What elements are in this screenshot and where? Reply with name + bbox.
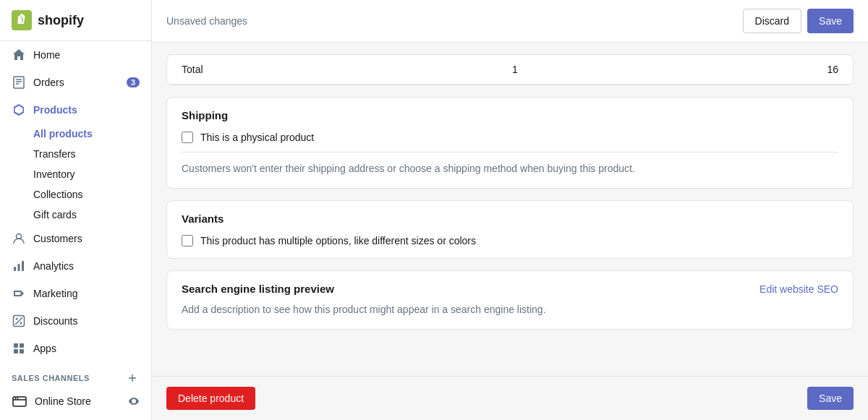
svg-rect-1	[14, 77, 24, 88]
total-label: Total	[182, 64, 203, 75]
logo-area: shopify	[0, 0, 151, 41]
physical-product-label[interactable]: This is a physical product	[200, 132, 314, 143]
seo-card: Search engine listing preview Edit websi…	[166, 270, 854, 330]
sidebar-item-orders-label: Orders	[33, 77, 64, 88]
customers-icon	[12, 231, 26, 246]
sidebar-item-apps-label: Apps	[33, 343, 56, 354]
save-button-bottom[interactable]: Save	[807, 387, 854, 410]
shipping-title: Shipping	[182, 109, 838, 121]
svg-rect-13	[14, 343, 18, 348]
apps-icon	[12, 341, 26, 356]
analytics-icon	[12, 259, 26, 273]
sidebar-item-products[interactable]: Products	[0, 96, 151, 124]
discard-button[interactable]: Discard	[743, 9, 801, 33]
seo-description: Add a description to see how this produc…	[182, 302, 838, 317]
physical-product-row: This is a physical product	[182, 132, 838, 143]
svg-rect-15	[14, 349, 18, 353]
bottom-bar: Delete product Save	[152, 376, 868, 420]
channel-online-store-label: Online Store	[35, 395, 91, 407]
home-icon	[12, 48, 26, 62]
sidebar-item-marketing[interactable]: Marketing	[0, 280, 151, 307]
svg-point-21	[17, 398, 19, 399]
shopify-logo-icon	[12, 10, 32, 30]
variants-card: Variants This product has multiple optio…	[166, 200, 854, 259]
main-content: Unsaved changes Discard Save Total 1 16 …	[152, 0, 868, 420]
sidebar-item-customers-label: Customers	[33, 233, 82, 244]
svg-rect-7	[18, 264, 20, 271]
channel-point-of-sale[interactable]: Point of Sale	[0, 414, 151, 420]
sidebar-item-analytics[interactable]: Analytics	[0, 252, 151, 280]
variants-checkbox-row: This product has multiple options, like …	[182, 235, 838, 247]
svg-point-9	[16, 318, 18, 320]
eye-icon	[128, 395, 140, 407]
sub-nav-gift-cards[interactable]: Gift cards	[33, 205, 151, 225]
sidebar-item-discounts-label: Discounts	[33, 315, 77, 327]
products-sub-nav: All products Transfers Inventory Collect…	[0, 124, 151, 225]
sidebar-item-home[interactable]: Home	[0, 41, 151, 69]
sidebar-item-home-label: Home	[33, 49, 60, 61]
seo-title: Search engine listing preview	[182, 283, 334, 295]
sales-channels-header: SALES CHANNELS	[0, 362, 151, 388]
marketing-icon	[12, 286, 26, 301]
topbar-actions: Discard Save	[743, 9, 854, 33]
total-value1: 1	[512, 64, 518, 75]
sidebar-item-orders[interactable]: Orders 3	[0, 69, 151, 96]
channel-online-store[interactable]: Online Store	[0, 388, 151, 414]
total-row: Total 1 16	[167, 55, 853, 85]
online-store-icon	[12, 393, 27, 409]
total-card: Total 1 16	[166, 54, 854, 85]
logo-text: shopify	[38, 13, 84, 28]
edit-seo-link[interactable]: Edit website SEO	[760, 283, 838, 295]
physical-product-checkbox[interactable]	[182, 132, 193, 143]
sidebar-item-apps[interactable]: Apps	[0, 335, 151, 362]
shipping-card: Shipping This is a physical product Cust…	[166, 97, 854, 189]
unsaved-label: Unsaved changes	[166, 15, 247, 27]
variants-checkbox[interactable]	[182, 235, 193, 247]
add-channel-button[interactable]	[125, 371, 140, 385]
svg-rect-6	[14, 267, 16, 271]
variants-card-inner: Variants This product has multiple optio…	[167, 201, 853, 258]
delete-product-button[interactable]: Delete product	[166, 387, 255, 410]
sub-nav-inventory[interactable]: Inventory	[33, 164, 151, 184]
sidebar-item-marketing-label: Marketing	[33, 288, 77, 299]
sidebar-item-discounts[interactable]: Discounts	[0, 307, 151, 335]
orders-badge: 3	[127, 77, 140, 87]
sub-nav-collections[interactable]: Collections	[33, 184, 151, 205]
svg-rect-8	[22, 261, 24, 271]
sidebar-item-customers[interactable]: Customers	[0, 225, 151, 252]
content-area: Total 1 16 Shipping This is a physical p…	[152, 43, 868, 376]
variants-label[interactable]: This product has multiple options, like …	[200, 235, 476, 247]
orders-icon	[12, 75, 26, 90]
sub-nav-all-products[interactable]: All products	[33, 124, 151, 144]
svg-point-20	[15, 398, 17, 399]
shipping-card-inner: Shipping This is a physical product Cust…	[167, 98, 853, 188]
sidebar-item-analytics-label: Analytics	[33, 260, 74, 272]
products-icon	[12, 103, 26, 117]
discounts-icon	[12, 314, 26, 328]
svg-rect-16	[20, 349, 24, 353]
total-value2: 16	[827, 64, 838, 75]
seo-card-inner: Search engine listing preview Edit websi…	[167, 271, 853, 329]
seo-header: Search engine listing preview Edit websi…	[182, 283, 838, 295]
variants-title: Variants	[182, 213, 838, 225]
topbar: Unsaved changes Discard Save	[152, 0, 868, 43]
sub-nav-transfers[interactable]: Transfers	[33, 144, 151, 164]
svg-point-10	[20, 322, 22, 325]
sales-channels-label: SALES CHANNELS	[12, 374, 90, 382]
svg-rect-14	[20, 343, 24, 348]
sidebar-item-products-label: Products	[33, 104, 77, 116]
shipping-info-text: Customers won't enter their shipping add…	[182, 152, 838, 176]
save-button-top[interactable]: Save	[807, 9, 854, 33]
sidebar: shopify Home Orders 3 Products All produ…	[0, 0, 152, 420]
